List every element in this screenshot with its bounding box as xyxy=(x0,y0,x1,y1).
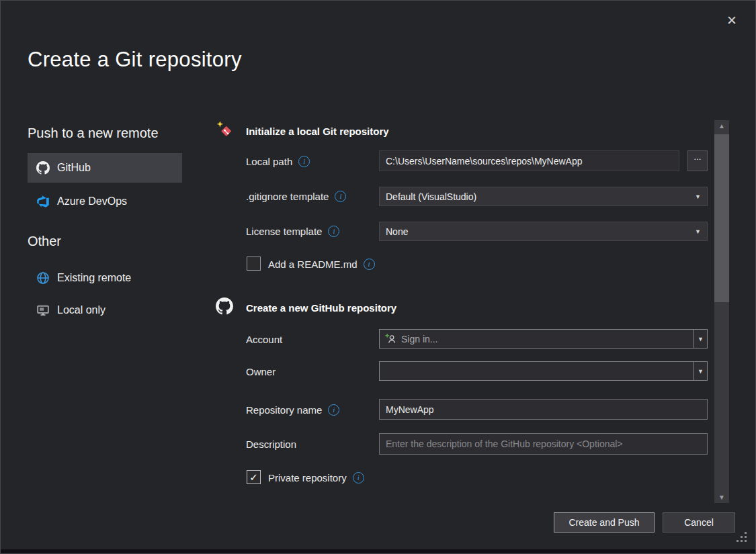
info-icon[interactable]: i xyxy=(328,226,339,237)
create-and-push-button[interactable]: Create and Push xyxy=(554,512,655,533)
gitignore-label-row: .gitignore template i xyxy=(246,186,346,206)
sidebar-item-local-only[interactable]: Local only xyxy=(28,296,182,324)
local-path-label: Local path xyxy=(246,156,292,167)
license-template-value: None xyxy=(386,226,408,237)
sidebar-item-label: Azure DevOps xyxy=(57,195,127,207)
account-dropdown-button[interactable]: ▼ xyxy=(694,330,707,348)
sidebar-item-github[interactable]: GitHub xyxy=(28,153,182,183)
github-icon xyxy=(36,161,50,175)
readme-label: Add a README.md xyxy=(268,259,358,270)
init-repo-icon xyxy=(216,120,235,139)
owner-label: Owner xyxy=(246,366,276,377)
chevron-down-icon: ▼ xyxy=(695,193,701,200)
info-icon[interactable]: i xyxy=(328,404,339,416)
description-label-row: Description xyxy=(246,434,296,454)
monitor-icon xyxy=(36,304,50,317)
description-input[interactable] xyxy=(379,433,708,455)
account-combo[interactable]: Sign in... ▼ xyxy=(379,329,708,349)
license-label: License template xyxy=(246,226,322,237)
local-path-label-row: Local path i xyxy=(246,151,310,171)
push-remote-heading: Push to a new remote xyxy=(28,126,159,141)
sidebar-item-existing-remote[interactable]: Existing remote xyxy=(28,264,182,292)
private-repo-label-row: Private repository i xyxy=(268,467,364,488)
create-git-repository-dialog: ✕ Create a Git repository Push to a new … xyxy=(0,0,756,554)
info-icon[interactable]: i xyxy=(335,191,346,202)
scroll-down-button[interactable]: ▼ xyxy=(714,492,729,503)
owner-combo[interactable]: ▼ xyxy=(379,361,708,381)
private-repo-checkbox[interactable]: ✓ xyxy=(247,470,261,484)
azure-devops-icon xyxy=(36,195,50,208)
chevron-down-icon: ▼ xyxy=(695,228,701,235)
gitignore-template-value: Default (VisualStudio) xyxy=(386,191,476,202)
close-button[interactable]: ✕ xyxy=(720,9,744,31)
globe-icon xyxy=(36,271,50,285)
cancel-button[interactable]: Cancel xyxy=(663,512,735,533)
github-section-heading: Create a new GitHub repository xyxy=(246,302,396,314)
account-label-row: Account xyxy=(246,329,282,349)
info-icon[interactable]: i xyxy=(353,472,364,483)
other-heading: Other xyxy=(28,234,61,249)
sign-in-user-icon xyxy=(385,333,396,344)
info-icon[interactable]: i xyxy=(364,259,375,270)
license-label-row: License template i xyxy=(246,221,339,241)
chevron-down-icon: ▼ xyxy=(698,336,704,342)
gitignore-template-dropdown[interactable]: Default (VisualStudio) ▼ xyxy=(379,187,708,206)
info-icon[interactable]: i xyxy=(298,156,310,167)
sidebar-item-azure-devops[interactable]: Azure DevOps xyxy=(28,187,182,216)
account-sign-in[interactable]: Sign in... xyxy=(380,330,694,348)
page-title: Create a Git repository xyxy=(28,48,242,72)
readme-label-row: Add a README.md i xyxy=(268,254,375,274)
owner-label-row: Owner xyxy=(246,361,276,381)
sidebar-item-label: Existing remote xyxy=(57,272,131,284)
scroll-up-button[interactable]: ▲ xyxy=(714,120,729,132)
sidebar-item-label: Local only xyxy=(57,304,106,316)
scroll-up-icon: ▲ xyxy=(718,122,725,130)
repo-name-label: Repository name xyxy=(246,404,322,416)
license-template-dropdown[interactable]: None ▼ xyxy=(379,222,708,241)
description-label: Description xyxy=(246,438,296,450)
gitignore-label: .gitignore template xyxy=(246,191,329,202)
readme-checkbox[interactable] xyxy=(247,257,261,271)
private-repo-label: Private repository xyxy=(268,472,347,483)
check-icon: ✓ xyxy=(249,471,258,483)
github-section-icon xyxy=(216,297,235,316)
chevron-down-icon: ▼ xyxy=(698,368,704,375)
repo-name-label-row: Repository name i xyxy=(246,400,339,420)
window-bottom-edge xyxy=(1,549,755,553)
account-value: Sign in... xyxy=(401,334,437,344)
init-section-heading: Initialize a local Git repository xyxy=(246,126,389,137)
close-icon: ✕ xyxy=(726,13,737,28)
sidebar-item-label: GitHub xyxy=(57,162,91,174)
scroll-down-icon: ▼ xyxy=(718,494,725,501)
vertical-scrollbar[interactable]: ▲ ▼ xyxy=(714,120,729,503)
repository-name-input[interactable] xyxy=(379,399,708,420)
account-label: Account xyxy=(246,334,282,345)
local-path-input[interactable] xyxy=(379,150,679,171)
resize-grip[interactable] xyxy=(736,531,748,546)
owner-dropdown-button[interactable]: ▼ xyxy=(694,362,707,380)
owner-value-area[interactable] xyxy=(380,362,694,380)
browse-button[interactable]: ... xyxy=(687,150,708,171)
scrollbar-thumb[interactable] xyxy=(714,134,729,302)
